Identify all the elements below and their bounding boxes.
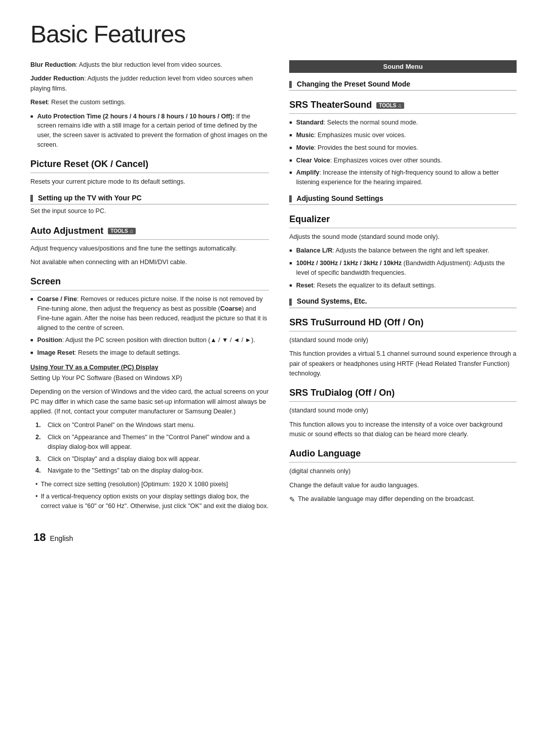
clear-voice-item: Clear Voice: Emphasizes voices over othe… xyxy=(289,156,517,165)
bar-accent-adjusting xyxy=(289,195,292,202)
hz-item: 100Hz / 300Hz / 1kHz / 3kHz / 10kHz (Ban… xyxy=(289,259,517,278)
pc-dot-2: If a vertical-frequency option exists on… xyxy=(35,492,269,511)
auto-adjustment-heading: Auto Adjustment TOOLS ♫ xyxy=(30,226,269,236)
audio-language-broadcast: ✎ The available language may differ depe… xyxy=(289,494,517,505)
screen-bullets: Coarse / Fine: Removes or reduces pictur… xyxy=(30,295,269,358)
srs-trudialog-heading: SRS TruDialog (Off / On) xyxy=(289,388,517,398)
srs-trudialog-desc: This function allows you to increase the… xyxy=(289,420,517,440)
auto-protection-item: Auto Protection Time (2 hours / 4 hours … xyxy=(30,112,269,150)
movie-item: Movie: Provides the best sound for movie… xyxy=(289,143,517,153)
srs-trudialog-note: (standard sound mode only) xyxy=(289,406,517,415)
srs-trudialog-divider xyxy=(289,401,517,402)
srs-trusurround-heading: SRS TruSurround HD (Off / On) xyxy=(289,317,517,328)
equalizer-desc: Adjusts the sound mode (standard sound m… xyxy=(289,232,517,242)
judder-reduction-label: Judder Reduction xyxy=(30,75,84,82)
sound-systems-heading: Sound Systems, Etc. xyxy=(289,297,517,308)
pc-step-2: 2.Click on "Appearance and Themes" in th… xyxy=(35,433,269,452)
reset-eq-item: Reset: Resets the equalizer to its defau… xyxy=(289,281,517,290)
music-item: Music: Emphasizes music over voices. xyxy=(289,131,517,140)
srs-trusurround-note: (standard sound mode only) xyxy=(289,335,517,345)
blur-reduction-label: Blur Reduction xyxy=(30,61,76,68)
bar-accent-sound-sys xyxy=(289,299,292,306)
footer: 18English xyxy=(30,531,269,544)
picture-reset-divider xyxy=(30,173,269,173)
auto-adjustment-desc2: Not available when connecting with an HD… xyxy=(30,258,269,267)
amplify-item: Amplify: Increase the intensity of high-… xyxy=(289,168,517,187)
pc-step-1: 1.Click on "Control Panel" on the Window… xyxy=(35,421,269,430)
pc-dot-1: The correct size setting (resolution) [O… xyxy=(35,480,269,489)
judder-reduction-text: Judder Reduction: Adjusts the judder red… xyxy=(30,74,269,94)
coarse-fine-item: Coarse / Fine: Removes or reduces pictur… xyxy=(30,295,269,332)
right-column: Sound Menu Changing the Preset Sound Mod… xyxy=(289,60,517,544)
footer-lang: English xyxy=(50,534,73,542)
pc-display-subheading: Using Your TV as a Computer (PC) Display xyxy=(30,364,269,371)
adjusting-sound-heading: Adjusting Sound Settings xyxy=(289,194,517,205)
position-item: Position: Adjust the PC screen position … xyxy=(30,335,269,345)
page-title: Basic Features xyxy=(30,20,517,48)
setting-up-heading: Setting up the TV with Your PC xyxy=(30,194,269,204)
tools-badge-auto: TOOLS ♫ xyxy=(108,228,136,234)
auto-protection-list: Auto Protection Time (2 hours / 4 hours … xyxy=(30,112,269,150)
audio-language-desc: Change the default value for audio langu… xyxy=(289,481,517,490)
audio-language-divider xyxy=(289,462,517,463)
reset-label: Reset xyxy=(30,99,48,106)
srs-theater-divider xyxy=(289,113,517,114)
pc-display-desc1: Setting Up Your PC Software (Based on Wi… xyxy=(30,373,269,383)
bar-accent-preset xyxy=(289,81,292,88)
balance-item: Balance L/R: Adjusts the balance between… xyxy=(289,246,517,256)
left-column: Blur Reduction: Adjusts the blur reducti… xyxy=(30,60,269,544)
equalizer-divider xyxy=(289,228,517,228)
changing-preset-heading: Changing the Preset Sound Mode xyxy=(289,80,517,91)
srs-theater-heading: SRS TheaterSound TOOLS ♫ xyxy=(289,100,517,110)
tools-badge-srs: TOOLS ♫ xyxy=(376,102,404,109)
two-column-layout: Blur Reduction: Adjusts the blur reducti… xyxy=(30,60,517,544)
image-reset-item: Image Reset: Resets the image to default… xyxy=(30,348,269,358)
set-input-desc: Set the input source to PC. xyxy=(30,206,269,216)
pc-dot-list: The correct size setting (resolution) [O… xyxy=(35,480,269,511)
standard-item: Standard: Selects the normal sound mode. xyxy=(289,118,517,128)
equalizer-bullets: Balance L/R: Adjusts the balance between… xyxy=(289,246,517,290)
srs-trusurround-desc: This function provides a virtual 5.1 cha… xyxy=(289,349,517,379)
auto-adjustment-divider xyxy=(30,239,269,240)
screen-divider xyxy=(30,290,269,290)
picture-reset-heading: Picture Reset (OK / Cancel) xyxy=(30,159,269,170)
pc-numbered-list: 1.Click on "Control Panel" on the Window… xyxy=(35,421,269,476)
equalizer-heading: Equalizer xyxy=(289,214,517,225)
pc-step-3: 3.Click on "Display" and a display dialo… xyxy=(35,454,269,464)
pc-step-4: 4.Navigate to the "Settings" tab on the … xyxy=(35,466,269,476)
srs-trusurround-divider xyxy=(289,331,517,331)
picture-reset-desc: Resets your current picture mode to its … xyxy=(30,177,269,187)
auto-protection-label: Auto Protection Time (2 hours / 4 hours … xyxy=(37,113,234,120)
audio-language-note: (digital channels only) xyxy=(289,467,517,476)
auto-adjustment-desc1: Adjust frequency values/positions and fi… xyxy=(30,244,269,254)
sound-menu-bar: Sound Menu xyxy=(289,60,517,73)
blur-reduction-text: Blur Reduction: Adjusts the blur reducti… xyxy=(30,60,269,70)
page-number: 18 xyxy=(33,531,46,543)
pc-display-desc2: Depending on the version of Windows and … xyxy=(30,387,269,416)
audio-language-heading: Audio Language xyxy=(289,448,517,459)
screen-heading: Screen xyxy=(30,276,269,287)
srs-theater-bullets: Standard: Selects the normal sound mode.… xyxy=(289,118,517,187)
note-icon: ✎ xyxy=(289,494,295,505)
reset-text: Reset: Reset the custom settings. xyxy=(30,98,269,107)
bar-accent xyxy=(30,195,33,202)
